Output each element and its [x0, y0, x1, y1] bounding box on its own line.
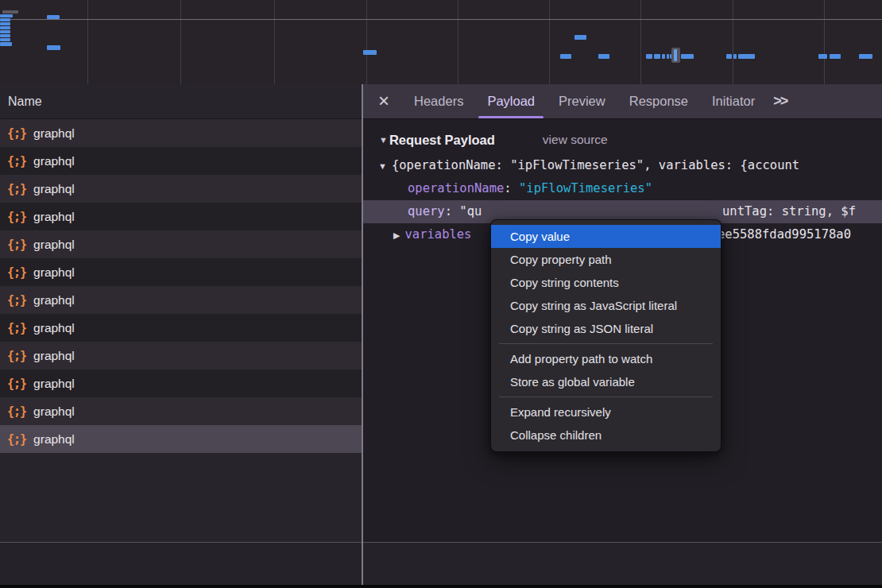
- operation-name-row[interactable]: operationName: "ipFlowTimeseries": [363, 177, 882, 200]
- overview-request-bar: [681, 54, 694, 59]
- menu-item-expand-recursively[interactable]: Expand recursively: [491, 400, 721, 424]
- overview-request-bar: [0, 26, 10, 29]
- json-braces-icon: {;}: [7, 265, 26, 280]
- menu-item-add-property-path-to-watch[interactable]: Add property path to watch: [491, 347, 721, 370]
- json-braces-icon: {;}: [7, 238, 26, 252]
- request-row-graphql[interactable]: {;}graphql: [0, 147, 362, 175]
- menu-item-copy-string-as-json-literal[interactable]: Copy string as JSON literal: [491, 317, 721, 340]
- tab-preview[interactable]: Preview: [547, 84, 617, 119]
- menu-item-copy-string-contents[interactable]: Copy string contents: [491, 271, 721, 294]
- overview-request-bar: [859, 54, 872, 59]
- timeline-gridline: [549, 0, 550, 84]
- overview-selection-marker: [671, 48, 680, 63]
- context-menu: Copy valueCopy property pathCopy string …: [490, 219, 721, 452]
- timeline-gridline: [824, 0, 825, 84]
- overview-request-bar: [733, 54, 737, 59]
- request-name-label: graphql: [33, 265, 75, 280]
- overview-gray-bar: [2, 10, 18, 14]
- timeline-gridline: [87, 0, 88, 84]
- overview-request-bar: [654, 54, 660, 59]
- overview-request-bar: [646, 54, 652, 59]
- timeline-gridline: [458, 0, 458, 84]
- timeline-gridline: [180, 0, 181, 84]
- json-braces-icon: {;}: [7, 349, 26, 363]
- menu-item-copy-string-as-javascript-literal[interactable]: Copy string as JavaScript literal: [491, 294, 721, 317]
- overview-request-bar: [363, 50, 377, 55]
- overview-request-bar: [0, 14, 13, 17]
- json-braces-icon: {;}: [7, 432, 26, 447]
- payload-root-row[interactable]: ▼{operationName: "ipFlowTimeseries", var…: [363, 154, 882, 177]
- json-braces-icon: {;}: [7, 321, 26, 335]
- payload-root-preview: {operationName: "ipFlowTimeseries", vari…: [392, 158, 799, 172]
- request-name-label: graphql: [33, 377, 75, 391]
- json-braces-icon: {;}: [7, 126, 26, 141]
- overview-request-bar: [662, 54, 665, 59]
- overview-request-bar: [598, 54, 609, 59]
- operation-name-key: operationName: [408, 181, 504, 195]
- operation-name-value: "ipFlowTimeseries": [519, 181, 652, 195]
- tab-initiator[interactable]: Initiator: [700, 84, 767, 119]
- overview-request-bar: [560, 54, 571, 59]
- menu-item-store-as-global-variable[interactable]: Store as global variable: [491, 370, 721, 393]
- request-name-label: graphql: [33, 126, 75, 141]
- json-braces-icon: {;}: [7, 210, 26, 224]
- menu-item-collapse-children[interactable]: Collapse children: [491, 424, 721, 447]
- request-name-label: graphql: [33, 349, 75, 363]
- overview-request-bar: [830, 54, 841, 59]
- overview-request-bar: [47, 45, 60, 50]
- request-name-label: graphql: [33, 293, 75, 308]
- request-name-label: graphql: [33, 210, 75, 224]
- overview-request-bar: [0, 18, 10, 21]
- close-icon[interactable]: ×: [378, 92, 389, 110]
- tab-headers[interactable]: Headers: [402, 84, 475, 119]
- request-row-graphql[interactable]: {;}graphql: [0, 286, 362, 314]
- overview-request-bar: [738, 54, 755, 59]
- query-value-left: : "qu: [445, 204, 482, 219]
- request-row-graphql[interactable]: {;}graphql: [0, 175, 362, 203]
- overview-request-bar: [726, 54, 732, 59]
- request-list-pane: Name {;}graphql{;}graphql{;}graphql{;}gr…: [0, 84, 362, 542]
- name-column-header[interactable]: Name: [0, 84, 362, 119]
- timeline-gridline: [733, 0, 733, 84]
- request-row-graphql[interactable]: {;}graphql: [0, 369, 362, 397]
- view-source-link[interactable]: view source: [543, 133, 608, 147]
- overview-request-bar: [818, 54, 827, 59]
- request-row-graphql[interactable]: {;}graphql: [0, 203, 362, 230]
- colon: :: [504, 181, 519, 195]
- timeline-divider-line: [0, 19, 882, 20]
- request-name-label: graphql: [33, 238, 75, 252]
- tab-payload[interactable]: Payload: [475, 84, 547, 119]
- request-row-graphql[interactable]: {;}graphql: [0, 425, 362, 453]
- overview-request-bar: [47, 15, 60, 19]
- overview-request-bar: [0, 42, 12, 46]
- query-value-right: untTag: string, $f: [722, 200, 856, 223]
- section-title: Request Payload: [389, 133, 495, 148]
- timeline-gridline: [274, 0, 275, 84]
- network-overview-timeline[interactable]: [0, 0, 882, 84]
- json-braces-icon: {;}: [7, 404, 26, 419]
- request-row-graphql[interactable]: {;}graphql: [0, 397, 362, 425]
- overview-request-bar: [0, 34, 10, 37]
- request-payload-section-header[interactable]: ▼ Request Payload view source: [363, 126, 882, 154]
- menu-separator: [499, 343, 713, 344]
- menu-item-copy-value[interactable]: Copy value: [491, 225, 721, 248]
- request-row-graphql[interactable]: {;}graphql: [0, 258, 362, 286]
- overview-request-bar: [0, 22, 10, 25]
- json-braces-icon: {;}: [7, 377, 26, 391]
- pane-resize-divider[interactable]: [362, 84, 363, 585]
- menu-item-copy-property-path[interactable]: Copy property path: [491, 248, 721, 271]
- request-row-graphql[interactable]: {;}graphql: [0, 119, 362, 147]
- request-row-graphql[interactable]: {;}graphql: [0, 230, 362, 258]
- timeline-gridline: [366, 0, 367, 84]
- overview-selection-marker-bar: [674, 49, 677, 61]
- expanded-triangle-icon[interactable]: ▼: [378, 161, 387, 171]
- more-tabs-icon[interactable]: >>: [773, 93, 787, 110]
- variables-value-right: ee5588fdad995178a0: [718, 223, 851, 246]
- request-name-label: graphql: [33, 154, 75, 168]
- tab-response[interactable]: Response: [617, 84, 700, 119]
- request-row-graphql[interactable]: {;}graphql: [0, 314, 362, 342]
- request-row-graphql[interactable]: {;}graphql: [0, 342, 362, 369]
- collapsed-triangle-icon[interactable]: ▶: [393, 230, 400, 240]
- window-bottom-edge: [0, 585, 882, 588]
- query-key: query: [408, 204, 445, 219]
